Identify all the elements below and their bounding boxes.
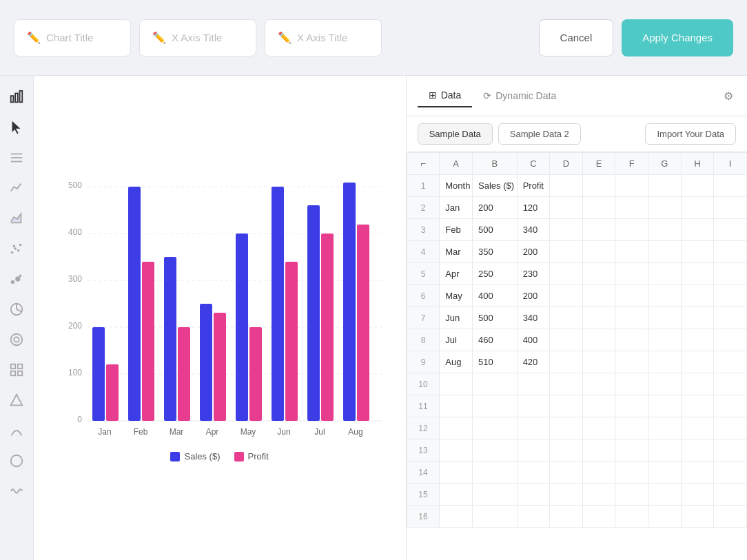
cell-8-h[interactable] — [681, 329, 714, 351]
cell-2-a[interactable]: Jan — [440, 197, 473, 219]
cell-9-g[interactable] — [648, 351, 682, 373]
cell-5-b[interactable]: 250 — [473, 263, 518, 285]
donut-icon[interactable] — [3, 326, 30, 353]
cell-9-i[interactable] — [714, 351, 747, 373]
cell-12-c[interactable] — [517, 417, 550, 439]
cell-8-f[interactable] — [615, 329, 648, 351]
cell-1-g[interactable] — [648, 175, 682, 197]
cell-7-a[interactable]: Jun — [440, 307, 473, 329]
bubble-icon[interactable] — [3, 266, 30, 292]
arc-icon[interactable] — [3, 417, 30, 444]
cell-10-d[interactable] — [550, 373, 583, 395]
cell-12-e[interactable] — [582, 417, 615, 439]
cell-4-f[interactable] — [615, 241, 648, 263]
cell-15-f[interactable] — [615, 484, 648, 506]
x-axis-title-input[interactable]: ✏️ X Axis Title — [139, 19, 256, 56]
cell-6-b[interactable]: 400 — [473, 285, 518, 307]
cell-4-g[interactable] — [648, 241, 682, 263]
scatter-icon[interactable] — [3, 236, 30, 262]
cell-11-d[interactable] — [550, 395, 583, 417]
y-axis-title-input[interactable]: ✏️ X Axis Title — [265, 19, 382, 56]
wave-icon[interactable] — [3, 478, 30, 504]
apply-changes-button[interactable]: Apply Changes — [622, 19, 733, 56]
cell-3-f[interactable] — [615, 219, 648, 241]
cell-14-c[interactable] — [517, 462, 550, 484]
cell-6-a[interactable]: May — [440, 285, 473, 307]
cell-2-f[interactable] — [615, 197, 648, 219]
cell-5-d[interactable] — [550, 263, 583, 285]
cell-12-h[interactable] — [681, 417, 714, 439]
cell-2-b[interactable]: 200 — [473, 197, 518, 219]
cell-6-h[interactable] — [681, 285, 714, 307]
cell-10-c[interactable] — [517, 373, 550, 395]
cell-5-a[interactable]: Apr — [440, 263, 473, 285]
cell-16-a[interactable] — [440, 506, 473, 528]
cell-2-c[interactable]: 120 — [517, 197, 550, 219]
cell-7-f[interactable] — [615, 307, 648, 329]
cell-8-d[interactable] — [550, 329, 583, 351]
cell-3-i[interactable] — [714, 219, 747, 241]
cell-11-i[interactable] — [714, 395, 747, 417]
sample-data-2-tab[interactable]: Sample Data 2 — [498, 123, 581, 145]
cell-12-a[interactable] — [440, 417, 473, 439]
cell-3-h[interactable] — [681, 219, 714, 241]
cell-11-a[interactable] — [440, 395, 473, 417]
cell-13-i[interactable] — [714, 439, 747, 462]
cell-6-f[interactable] — [615, 285, 648, 307]
cell-7-c[interactable]: 340 — [517, 307, 550, 329]
cell-2-d[interactable] — [550, 197, 583, 219]
cell-9-h[interactable] — [681, 351, 714, 373]
cursor-icon[interactable] — [3, 114, 30, 141]
cell-6-d[interactable] — [550, 285, 583, 307]
cell-11-b[interactable] — [473, 395, 518, 417]
cell-11-g[interactable] — [648, 395, 682, 417]
cell-3-e[interactable] — [582, 219, 615, 241]
cell-14-h[interactable] — [681, 462, 714, 484]
cell-8-i[interactable] — [714, 329, 747, 351]
cell-10-e[interactable] — [582, 373, 615, 395]
cell-14-g[interactable] — [648, 462, 682, 484]
cell-5-f[interactable] — [615, 263, 648, 285]
cell-11-f[interactable] — [615, 395, 648, 417]
cell-7-i[interactable] — [714, 307, 747, 329]
cell-11-h[interactable] — [681, 395, 714, 417]
cell-15-b[interactable] — [473, 484, 518, 506]
cell-11-c[interactable] — [517, 395, 550, 417]
cell-2-g[interactable] — [648, 197, 682, 219]
pie-icon[interactable] — [3, 296, 30, 322]
bar-chart-icon[interactable] — [3, 84, 30, 110]
cell-4-e[interactable] — [582, 241, 615, 263]
cell-1-i[interactable] — [714, 175, 747, 197]
cell-9-f[interactable] — [615, 351, 648, 373]
cell-1-h[interactable] — [681, 175, 714, 197]
cell-7-d[interactable] — [550, 307, 583, 329]
cell-3-g[interactable] — [648, 219, 682, 241]
cell-14-i[interactable] — [714, 462, 747, 484]
cell-9-a[interactable]: Aug — [440, 351, 473, 373]
cell-1-c[interactable]: Profit — [517, 175, 550, 197]
cell-3-a[interactable]: Feb — [440, 219, 473, 241]
cell-7-e[interactable] — [582, 307, 615, 329]
cell-1-f[interactable] — [615, 175, 648, 197]
cell-4-h[interactable] — [681, 241, 714, 263]
cell-12-g[interactable] — [648, 417, 682, 439]
cell-4-d[interactable] — [550, 241, 583, 263]
cell-2-h[interactable] — [681, 197, 714, 219]
cell-7-b[interactable]: 500 — [473, 307, 518, 329]
cell-16-i[interactable] — [714, 506, 747, 528]
cell-9-d[interactable] — [550, 351, 583, 373]
cell-5-g[interactable] — [648, 263, 682, 285]
cell-4-i[interactable] — [714, 241, 747, 263]
cell-10-g[interactable] — [648, 373, 682, 395]
cell-10-a[interactable] — [440, 373, 473, 395]
cell-6-i[interactable] — [714, 285, 747, 307]
cell-15-d[interactable] — [550, 484, 583, 506]
cell-1-b[interactable]: Sales ($) — [473, 175, 518, 197]
triangle-chart-icon[interactable] — [3, 387, 30, 413]
cell-8-b[interactable]: 460 — [473, 329, 518, 351]
cell-14-a[interactable] — [440, 462, 473, 484]
cell-8-g[interactable] — [648, 329, 682, 351]
cell-15-g[interactable] — [648, 484, 682, 506]
cell-13-f[interactable] — [615, 439, 648, 462]
cell-10-i[interactable] — [714, 373, 747, 395]
